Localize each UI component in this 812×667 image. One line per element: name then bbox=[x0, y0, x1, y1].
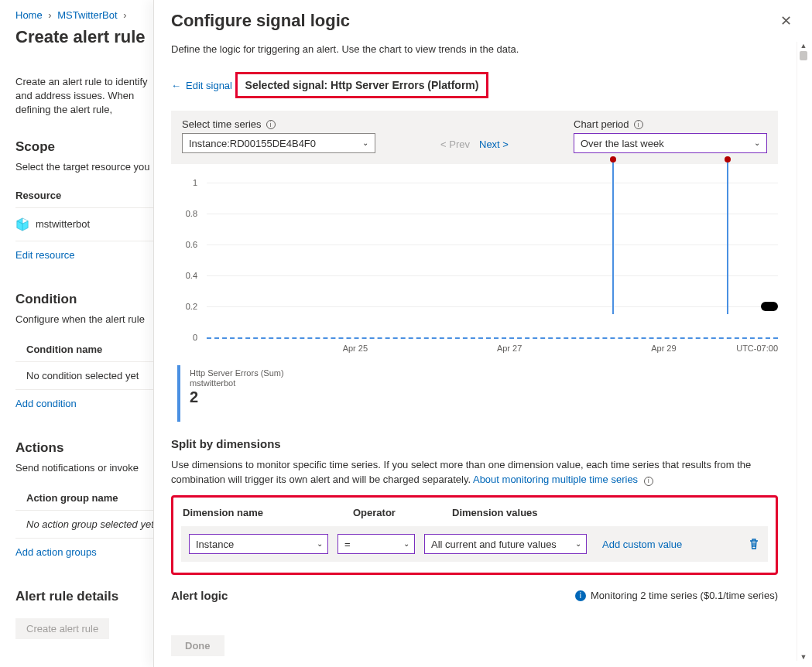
scrollbar-thumb[interactable] bbox=[800, 51, 807, 60]
add-action-groups-link[interactable]: Add action groups bbox=[15, 539, 97, 558]
split-dimensions-desc: Use dimensions to monitor specific time … bbox=[171, 458, 775, 487]
selected-signal-highlight: Selected signal: Http Server Errors (Pla… bbox=[235, 72, 489, 98]
appservice-icon bbox=[15, 217, 29, 231]
split-dimensions-heading: Split by dimensions bbox=[171, 437, 778, 450]
actions-sub: Send notifications or invoke bbox=[15, 462, 163, 474]
page-title: Create alert rule bbox=[15, 27, 163, 47]
panel-scrollbar[interactable]: ▲ ▼ bbox=[797, 42, 809, 661]
next-button[interactable]: Next > bbox=[479, 139, 509, 150]
panel-description: Define the logic for triggering an alert… bbox=[171, 43, 778, 55]
condition-name-header: Condition name bbox=[15, 336, 163, 362]
close-icon[interactable]: ✕ bbox=[777, 11, 795, 31]
chart-period-label: Chart period i bbox=[574, 118, 767, 130]
dimension-row: Instance⌄ =⌄ All current and future valu… bbox=[181, 526, 768, 562]
monitoring-cost-info: i Monitoring 2 time series ($0.1/time se… bbox=[575, 590, 778, 601]
scope-heading: Scope bbox=[15, 139, 163, 155]
create-alert-page: Home › MSTwitterBot › Create alert rule … bbox=[0, 0, 163, 667]
condition-empty: No condition selected yet bbox=[15, 362, 163, 390]
selected-signal-label: Selected signal: Http Server Errors (Pla… bbox=[245, 79, 479, 91]
chart-tooltip-icon bbox=[761, 302, 778, 311]
scroll-down-icon[interactable]: ▼ bbox=[800, 653, 807, 661]
y-axis: 1 0.8 0.6 0.4 0.2 0 bbox=[171, 183, 202, 337]
page-description: Create an alert rule to identify and add… bbox=[15, 75, 163, 118]
dimension-values-select[interactable]: All current and future values⌄ bbox=[424, 534, 587, 554]
done-button[interactable]: Done bbox=[171, 635, 224, 656]
delete-dimension-icon[interactable] bbox=[748, 538, 760, 550]
create-alert-rule-button[interactable]: Create alert rule bbox=[15, 618, 109, 639]
legend-value: 2 bbox=[190, 388, 284, 406]
timezone-label: UTC-07:00 bbox=[736, 344, 778, 353]
dimension-name-header: Dimension name bbox=[183, 507, 337, 518]
metric-chart[interactable]: 1 0.8 0.6 0.4 0.2 0 bbox=[171, 183, 778, 361]
alert-rule-details-heading: Alert rule details bbox=[15, 589, 163, 604]
panel-title: Configure signal logic bbox=[171, 11, 350, 31]
add-custom-value-link[interactable]: Add custom value bbox=[602, 539, 682, 550]
chart-period-select[interactable]: Over the last week ⌄ bbox=[574, 133, 767, 153]
alert-logic-heading: Alert logic bbox=[171, 589, 228, 602]
scope-sub: Select the target resource you bbox=[15, 161, 163, 173]
breadcrumb-app[interactable]: MSTwitterBot bbox=[57, 9, 117, 21]
dimension-name-select[interactable]: Instance⌄ bbox=[189, 534, 328, 554]
chevron-down-icon: ⌄ bbox=[754, 139, 760, 147]
resource-column-header: Resource bbox=[15, 183, 163, 208]
operator-select[interactable]: =⌄ bbox=[337, 534, 415, 554]
legend-metric: Http Server Errors (Sum) bbox=[190, 368, 284, 378]
time-series-select[interactable]: Instance:RD00155DE4B4F0 ⌄ bbox=[182, 133, 375, 153]
resource-name: mstwitterbot bbox=[36, 218, 90, 230]
chevron-down-icon: ⌄ bbox=[362, 139, 368, 147]
scroll-up-icon[interactable]: ▲ bbox=[800, 42, 807, 50]
info-icon[interactable]: i bbox=[634, 120, 643, 129]
add-condition-link[interactable]: Add condition bbox=[15, 390, 77, 409]
chevron-down-icon: ⌄ bbox=[575, 539, 581, 548]
legend-resource: mstwitterbot bbox=[190, 378, 235, 388]
edit-resource-link[interactable]: Edit resource bbox=[15, 241, 75, 261]
info-icon[interactable]: i bbox=[644, 477, 653, 486]
arrow-left-icon: ← bbox=[171, 80, 181, 91]
prev-button[interactable]: < Prev bbox=[440, 139, 470, 150]
breadcrumb-home[interactable]: Home bbox=[15, 9, 43, 21]
condition-heading: Condition bbox=[15, 292, 163, 307]
action-group-header: Action group name bbox=[15, 484, 163, 511]
dimension-values-header: Dimension values bbox=[452, 507, 615, 518]
dimension-config-highlight: Dimension name Operator Dimension values… bbox=[171, 495, 778, 575]
breadcrumb: Home › MSTwitterBot › bbox=[15, 9, 163, 21]
chart-legend[interactable]: Http Server Errors (Sum) mstwitterbot 2 bbox=[177, 365, 778, 422]
info-icon: i bbox=[575, 590, 586, 601]
edit-signal-link[interactable]: ← Edit signal bbox=[171, 80, 232, 91]
condition-sub: Configure when the alert rule bbox=[15, 313, 163, 325]
chevron-down-icon: ⌄ bbox=[317, 539, 323, 548]
info-icon[interactable]: i bbox=[266, 120, 276, 129]
operator-header: Operator bbox=[353, 507, 437, 518]
chart-toolbar: Select time series i Instance:RD00155DE4… bbox=[171, 111, 778, 164]
about-multiple-time-series-link[interactable]: About monitoring multiple time series bbox=[473, 474, 638, 485]
time-series-label: Select time series i bbox=[182, 118, 375, 130]
configure-signal-panel: Configure signal logic ✕ Define the logi… bbox=[153, 0, 812, 667]
actions-heading: Actions bbox=[15, 440, 163, 456]
action-group-empty: No action group selected yet bbox=[15, 511, 163, 539]
chevron-down-icon: ⌄ bbox=[403, 539, 409, 548]
resource-row[interactable]: mstwitterbot bbox=[15, 208, 163, 241]
